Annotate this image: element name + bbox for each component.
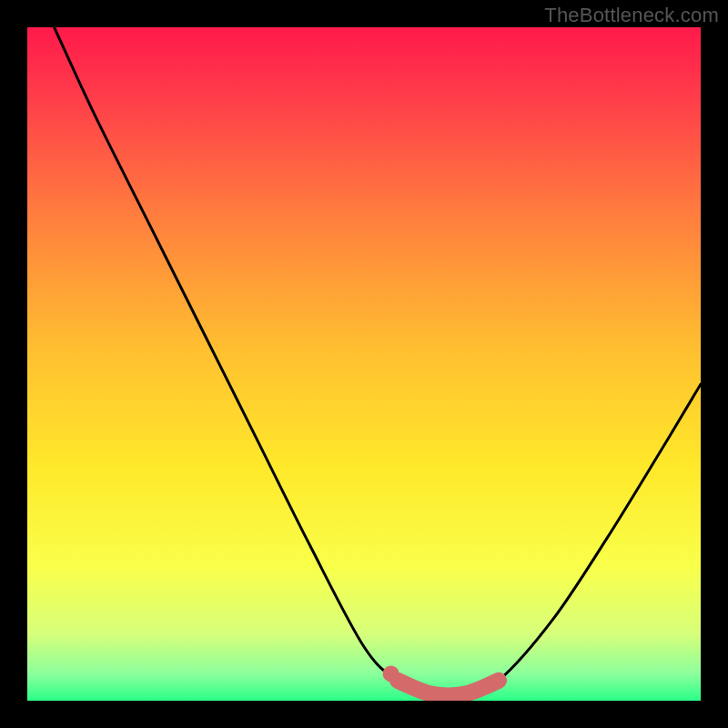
chart-svg (27, 27, 701, 701)
watermark-text: TheBottleneck.com (544, 4, 719, 27)
marker-dot (383, 665, 399, 682)
plot-area (27, 27, 701, 701)
gradient-background (27, 27, 701, 701)
chart-frame: TheBottleneck.com (0, 0, 728, 728)
